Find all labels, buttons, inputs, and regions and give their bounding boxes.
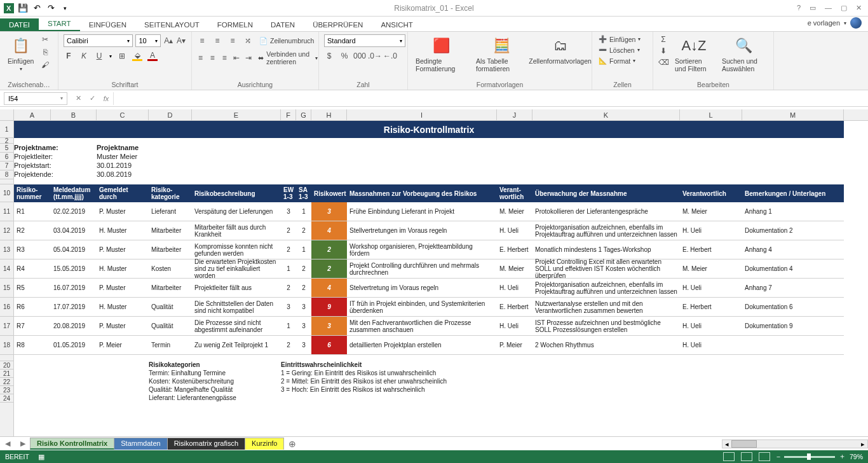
sort-filter-button[interactable]: A↓ZSortieren und Filtern [672,34,715,74]
row-header[interactable]: 6 [0,153,13,162]
zoom-out-button[interactable]: − [776,453,780,460]
undo-icon[interactable]: ↶ [31,2,43,15]
fx-icon[interactable]: fx [99,95,113,102]
cut-icon[interactable]: ✂ [40,34,50,45]
redo-icon[interactable]: ↷ [44,2,57,15]
accept-formula-icon[interactable]: ✓ [85,94,99,102]
row-header[interactable]: 16 [0,298,13,317]
minimize-icon[interactable]: — [825,4,832,12]
tab-file[interactable]: DATEI [0,18,39,31]
zoom-level[interactable]: 79% [850,453,863,460]
save-icon[interactable]: 💾 [17,2,29,15]
tab-daten[interactable]: DATEN [262,18,304,31]
delete-cells-button[interactable]: ➖Löschen▾ [597,45,641,55]
tab-überprüfen[interactable]: ÜBERPRÜFEN [304,18,372,31]
increase-font-icon[interactable]: A▴ [163,36,173,46]
zoom-in-button[interactable]: ＋ [839,452,846,461]
format-cells-button[interactable]: 📐Format▾ [597,56,637,66]
col-header[interactable]: A [14,109,51,120]
qat-dropdown-icon[interactable]: ▾ [58,2,71,15]
col-header[interactable]: B [51,109,97,120]
cell-styles-button[interactable]: 🗂Zellenformatvorlagen [534,34,587,66]
horizontal-scrollbar[interactable]: ◂▸ [722,439,868,448]
col-header[interactable]: F [281,109,296,120]
row-header[interactable]: 12 [0,221,13,240]
format-as-table-button[interactable]: 🧮Als Tabelle formatieren [473,34,530,74]
sheet-tab[interactable]: Risikomatrix grafisch [167,438,245,450]
page-break-icon[interactable] [759,452,770,461]
name-box[interactable]: I54▾ [4,92,67,105]
format-painter-icon[interactable]: 🖌 [40,60,50,70]
insert-cells-button[interactable]: ➕Einfügen▾ [597,34,642,44]
paste-button[interactable]: 📋Einfügen▾ [5,34,36,73]
row-header[interactable]: 15 [0,279,13,298]
maximize-icon[interactable]: ▢ [841,4,847,12]
conditional-format-button[interactable]: 🟥Bedingte Formatierung [413,34,470,74]
row-header[interactable]: 23 [0,386,13,394]
wrap-text-button[interactable]: 📄Zeilenumbruch [258,36,315,46]
col-header[interactable]: I [347,109,497,120]
tab-ansicht[interactable]: ANSICHT [372,18,421,31]
fill-icon[interactable]: ⬇ [658,46,668,56]
row-header[interactable]: 8 [0,170,13,179]
number-format-combo[interactable]: Standard▾ [324,34,405,47]
row-header[interactable]: 7 [0,162,13,170]
fill-color-icon[interactable]: ⬙ [132,51,142,61]
bold-button[interactable]: F [64,51,74,61]
tab-formeln[interactable]: FORMELN [208,18,262,31]
row-header[interactable]: 17 [0,317,13,336]
user-name[interactable]: e vorlagen [808,19,840,27]
font-size-combo[interactable]: 10▾ [135,34,161,47]
merge-center-button[interactable]: ⬌Verbinden und zentrieren▾ [257,50,319,66]
row-header[interactable]: 18 [0,336,13,355]
underline-button[interactable]: U [94,51,104,61]
align-top-icon[interactable]: ≡ [197,36,207,46]
find-select-button[interactable]: 🔍Suchen und Auswählen [719,34,768,74]
row-header[interactable]: 10 [0,184,13,202]
percent-icon[interactable]: % [339,51,349,61]
select-all-corner[interactable] [0,109,14,120]
row-header[interactable]: 14 [0,259,13,279]
clear-icon[interactable]: ⌫ [658,57,668,67]
col-header[interactable]: K [532,109,680,120]
tab-seitenlayout[interactable]: SEITENLAYOUT [135,18,208,31]
col-header[interactable]: E [192,109,281,120]
indent-dec-icon[interactable]: ⇤ [233,53,240,63]
orientation-icon[interactable]: ⤮ [243,36,253,46]
row-header[interactable]: 11 [0,202,13,221]
macro-icon[interactable]: ▦ [38,453,44,460]
col-header[interactable]: C [97,109,149,120]
help-icon[interactable]: ? [797,4,801,12]
page-layout-icon[interactable] [741,452,752,461]
indent-inc-icon[interactable]: ⇥ [245,53,252,63]
tab-start[interactable]: START [39,17,80,31]
col-header[interactable]: H [311,109,347,120]
font-color-icon[interactable]: A [147,51,158,61]
sheet-tab[interactable]: Risiko Kontrollmatrix [30,438,114,450]
copy-icon[interactable]: ⎘ [40,47,50,57]
col-header[interactable]: L [680,109,742,120]
col-header[interactable]: G [296,109,311,120]
sheet-tab[interactable]: Stammdaten [114,438,167,450]
sheet-tab[interactable]: Kurzinfo [245,438,284,450]
inc-decimal-icon[interactable]: .0→ [370,51,380,61]
font-family-combo[interactable]: Calibiri▾ [64,34,133,47]
cell-grid[interactable]: Risiko-KontrollmatrixProjektname:Projekt… [14,121,868,436]
row-header[interactable]: 2 [0,138,13,144]
currency-icon[interactable]: $ [324,51,334,61]
row-header[interactable] [0,355,13,361]
decrease-font-icon[interactable]: A▾ [176,36,186,46]
row-header[interactable]: 21 [0,370,13,378]
normal-view-icon[interactable] [723,452,735,461]
row-header[interactable]: 1 [0,121,13,138]
tab-scroll-left[interactable]: ◀ [0,439,15,448]
globe-icon[interactable] [850,17,862,29]
col-header[interactable]: J [497,109,532,120]
tab-einfügen[interactable]: EINFÜGEN [80,18,135,31]
row-header[interactable]: 24 [0,394,13,403]
dec-decimal-icon[interactable]: ←.0 [385,51,395,61]
border-icon[interactable]: ⊞ [117,51,127,61]
row-header[interactable]: 20 [0,361,13,370]
tab-scroll-right[interactable]: ▶ [15,439,31,448]
row-header[interactable]: 13 [0,240,13,259]
